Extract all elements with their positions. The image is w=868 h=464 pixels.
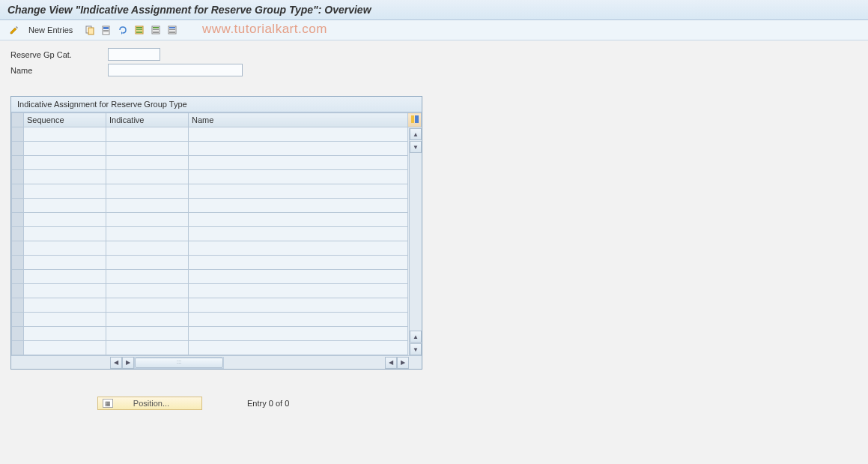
deselect-all-icon[interactable] — [166, 23, 179, 37]
scroll-down-icon[interactable]: ▼ — [410, 343, 422, 355]
cell[interactable] — [106, 127, 189, 142]
cell[interactable] — [106, 227, 189, 241]
row-selector[interactable] — [12, 256, 24, 270]
scroll-left-step-icon[interactable]: ◀ — [385, 357, 397, 369]
row-selector[interactable] — [12, 327, 24, 341]
row-selector[interactable] — [12, 142, 24, 156]
row-selector[interactable] — [12, 127, 24, 142]
column-header-indicative[interactable]: Indicative — [106, 113, 189, 127]
scroll-up-step-icon[interactable]: ▲ — [410, 331, 422, 343]
undo-change-icon[interactable] — [116, 23, 130, 37]
cell[interactable] — [189, 213, 408, 227]
select-all-icon[interactable] — [133, 23, 146, 37]
cell[interactable] — [106, 184, 189, 199]
table-config-button[interactable] — [408, 113, 422, 127]
cell[interactable] — [24, 184, 106, 199]
cell[interactable] — [24, 341, 106, 355]
position-button[interactable]: ▦ Position... — [97, 397, 202, 410]
cell[interactable] — [189, 270, 408, 284]
cell[interactable] — [106, 241, 189, 256]
cell[interactable] — [24, 199, 106, 213]
cell[interactable] — [24, 142, 106, 156]
entry-count-text: Entry 0 of 0 — [247, 399, 289, 408]
table-caption: Indicative Assignment for Reserve Group … — [11, 97, 422, 112]
cell[interactable] — [189, 341, 408, 355]
cell[interactable] — [24, 127, 106, 142]
row-selector[interactable] — [12, 241, 24, 256]
cell[interactable] — [106, 270, 189, 284]
cell[interactable] — [24, 227, 106, 241]
scroll-up-icon[interactable]: ▲ — [410, 128, 422, 140]
cell[interactable] — [106, 170, 189, 184]
row-selector[interactable] — [12, 270, 24, 284]
cell[interactable] — [24, 298, 106, 313]
cell[interactable] — [24, 156, 106, 170]
cell[interactable] — [106, 156, 189, 170]
cell[interactable] — [24, 170, 106, 184]
name-label: Name — [10, 66, 108, 75]
cell[interactable] — [106, 142, 189, 156]
row-selector[interactable] — [12, 213, 24, 227]
reserve-gp-cat-input[interactable] — [108, 48, 160, 61]
scroll-down-step-icon[interactable]: ▼ — [410, 141, 422, 153]
row-selector[interactable] — [12, 170, 24, 184]
cell[interactable] — [189, 313, 408, 327]
row-selector[interactable] — [12, 284, 24, 298]
cell[interactable] — [106, 313, 189, 327]
table-row — [12, 170, 422, 184]
row-selector[interactable] — [12, 199, 24, 213]
row-selector[interactable] — [12, 298, 24, 313]
scroll-right-icon[interactable]: ▶ — [397, 357, 409, 369]
row-selector[interactable] — [12, 156, 24, 170]
svg-rect-14 — [153, 31, 159, 31]
row-selector-header[interactable] — [12, 113, 24, 127]
cell[interactable] — [106, 341, 189, 355]
cell[interactable] — [24, 327, 106, 341]
cell[interactable] — [106, 284, 189, 298]
cell[interactable] — [24, 256, 106, 270]
scroll-left-icon[interactable]: ◀ — [110, 357, 122, 369]
cell[interactable] — [106, 298, 189, 313]
select-block-icon[interactable] — [149, 23, 163, 37]
cell[interactable] — [106, 327, 189, 341]
cell[interactable] — [106, 256, 189, 270]
cell[interactable] — [106, 213, 189, 227]
cell[interactable] — [189, 256, 408, 270]
table-row — [12, 227, 422, 241]
cell[interactable] — [189, 227, 408, 241]
hscroll-track[interactable]: ::: — [134, 357, 224, 369]
cell[interactable] — [24, 284, 106, 298]
row-selector[interactable] — [12, 341, 24, 355]
new-entries-label: New Entries — [28, 25, 73, 34]
copy-as-icon[interactable] — [83, 23, 97, 37]
cell[interactable] — [189, 284, 408, 298]
svg-rect-5 — [103, 31, 109, 32]
cell[interactable] — [189, 199, 408, 213]
cell[interactable] — [24, 313, 106, 327]
name-input[interactable] — [108, 64, 243, 76]
cell[interactable] — [24, 241, 106, 256]
cell[interactable] — [189, 327, 408, 341]
cell[interactable] — [189, 156, 408, 170]
delete-icon[interactable] — [100, 23, 113, 37]
row-selector[interactable] — [12, 313, 24, 327]
cell[interactable] — [24, 270, 106, 284]
column-header-sequence[interactable]: Sequence — [24, 113, 106, 127]
cell[interactable] — [189, 241, 408, 256]
row-selector[interactable] — [12, 227, 24, 241]
svg-rect-9 — [136, 31, 142, 31]
cell[interactable] — [24, 213, 106, 227]
column-header-name[interactable]: Name — [189, 113, 408, 127]
row-selector[interactable] — [12, 184, 24, 199]
cell[interactable] — [189, 142, 408, 156]
vertical-scrollbar[interactable]: ▲ ▼ ▲ ▼ — [409, 128, 421, 355]
hscroll-thumb[interactable]: ::: — [135, 358, 223, 368]
cell[interactable] — [189, 184, 408, 199]
scroll-right-step-icon[interactable]: ▶ — [122, 357, 134, 369]
cell[interactable] — [189, 298, 408, 313]
toggle-change-icon[interactable] — [7, 23, 21, 37]
cell[interactable] — [106, 199, 189, 213]
cell[interactable] — [189, 170, 408, 184]
cell[interactable] — [189, 127, 408, 142]
new-entries-button[interactable]: New Entries — [24, 24, 77, 36]
